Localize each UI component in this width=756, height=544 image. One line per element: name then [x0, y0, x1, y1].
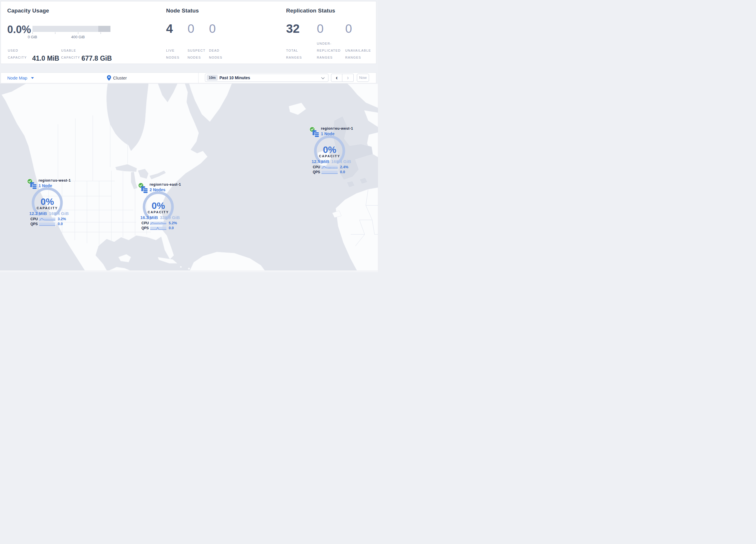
axis-tick [55, 32, 55, 34]
cpu-value: 3.2% [58, 217, 66, 221]
breadcrumb-cluster[interactable]: Cluster [113, 75, 127, 80]
total-ranges-label: TOTAL RANGES [286, 47, 302, 61]
under-replicated-label: UNDER- REPLICATED RANGES [317, 40, 341, 61]
qps-label: QPS [30, 222, 38, 226]
qps-value: 0.0 [58, 222, 63, 226]
capacity-usage-bar [32, 26, 110, 32]
cpu-value: 5.2% [169, 221, 177, 225]
qps-sparkline [321, 170, 338, 175]
capacity-usage-title: Capacity Usage [7, 8, 49, 14]
time-prev-button[interactable]: ‹ [331, 74, 342, 82]
live-nodes-label: LIVE NODES [166, 47, 179, 61]
used-capacity-value: 41.0 MiB [32, 55, 59, 62]
view-selector-label: Node Map [7, 75, 27, 80]
region-marker-us-east-1[interactable]: region=us-east-1 2 Nodes 0% CAPACITY 16.… [138, 182, 181, 232]
axis-tick [101, 32, 101, 34]
capacity-percent: 0% [312, 144, 347, 155]
total-ranges-value: 32 [286, 22, 300, 36]
map-pin-icon [107, 75, 111, 82]
live-nodes-value: 4 [166, 22, 173, 36]
time-range-dropdown[interactable]: 10m Past 10 Minutes [205, 74, 328, 82]
capacity-gauge-label: CAPACITY [312, 154, 347, 158]
chevron-down-icon [31, 77, 34, 79]
unavailable-value: 0 [345, 22, 352, 36]
time-range-badge: 10m [207, 75, 218, 81]
node-status-title: Node Status [166, 8, 199, 14]
usable-capacity-value: 677.8 GiB [81, 55, 112, 62]
world-map-graphic [0, 84, 378, 272]
view-selector-dropdown[interactable]: Node Map [7, 75, 34, 80]
dead-nodes-label: DEAD NODES [209, 47, 222, 61]
qps-value: 0.0 [169, 226, 174, 230]
capacity-percent: 0% [30, 196, 65, 207]
region-marker-us-west-1[interactable]: region=us-west-1 1 Node 0% CAPACITY 12.2… [27, 178, 70, 228]
qps-label: QPS [313, 170, 320, 174]
usable-capacity-label: USABLE CAPACITY [61, 47, 80, 61]
time-next-button[interactable]: › [342, 74, 354, 82]
region-name: region=us-east-1 [150, 182, 181, 186]
used-capacity-label: USED CAPACITY [8, 47, 27, 61]
chevron-down-icon [321, 76, 324, 79]
cpu-sparkline [321, 165, 338, 170]
capacity-total-value: 169.4 GiB [49, 211, 69, 216]
node-map[interactable]: region=us-west-1 1 Node 0% CAPACITY 12.2… [0, 84, 378, 272]
cpu-sparkline [39, 217, 55, 222]
replication-status-title: Replication Status [286, 8, 335, 14]
cluster-overview-page: Capacity Usage 0.0% 0 GiB 400 GiB USED C… [0, 0, 378, 272]
region-name: region=us-west-1 [39, 178, 71, 182]
region-marker-eu-west-1[interactable]: region=eu-west-1 1 Node 0% CAPACITY 12.5… [309, 126, 353, 176]
capacity-percent: 0% [141, 200, 176, 211]
capacity-usage-percent: 0.0% [7, 23, 31, 36]
cpu-sparkline [150, 221, 166, 226]
capacity-used-value: 16.3 MiB [140, 215, 158, 220]
cpu-value: 2.4% [340, 165, 348, 169]
unavailable-label: UNAVAILABLE RANGES [345, 47, 371, 61]
qps-sparkline [39, 222, 55, 227]
cpu-label: CPU [313, 165, 320, 169]
capacity-total-value: 169.4 GiB [331, 159, 351, 164]
capacity-used-segment [98, 26, 110, 32]
suspect-nodes-value: 0 [188, 22, 194, 36]
suspect-nodes-label: SUSPECT NODES [188, 47, 206, 61]
axis-tick [32, 32, 33, 34]
qps-label: QPS [141, 226, 149, 230]
region-name: region=eu-west-1 [321, 126, 353, 130]
capacity-used-value: 12.5 MiB [312, 159, 329, 164]
capacity-total-value: 338.9 GiB [160, 215, 180, 220]
axis-tick-label: 400 GiB [71, 35, 85, 39]
map-toolbar: Node Map Cluster 10m Past 10 Minutes ‹ ›… [1, 72, 376, 83]
capacity-gauge-label: CAPACITY [30, 206, 65, 210]
axis-tick [78, 32, 78, 34]
capacity-used-value: 12.2 MiB [29, 211, 47, 216]
time-range-label: Past 10 Minutes [219, 75, 250, 80]
time-nav-buttons: ‹ › [331, 74, 354, 82]
toolbar-divider [198, 73, 199, 83]
time-now-button[interactable]: Now [357, 74, 369, 82]
axis-tick-label: 0 GiB [28, 35, 37, 39]
dead-nodes-value: 0 [209, 22, 216, 36]
capacity-gauge-label: CAPACITY [141, 210, 176, 214]
cpu-label: CPU [141, 221, 149, 225]
under-replicated-value: 0 [317, 22, 324, 36]
cluster-summary-panel: Capacity Usage 0.0% 0 GiB 400 GiB USED C… [1, 1, 376, 64]
qps-value: 0.0 [340, 170, 345, 174]
qps-sparkline [150, 226, 166, 231]
cpu-label: CPU [30, 217, 38, 221]
